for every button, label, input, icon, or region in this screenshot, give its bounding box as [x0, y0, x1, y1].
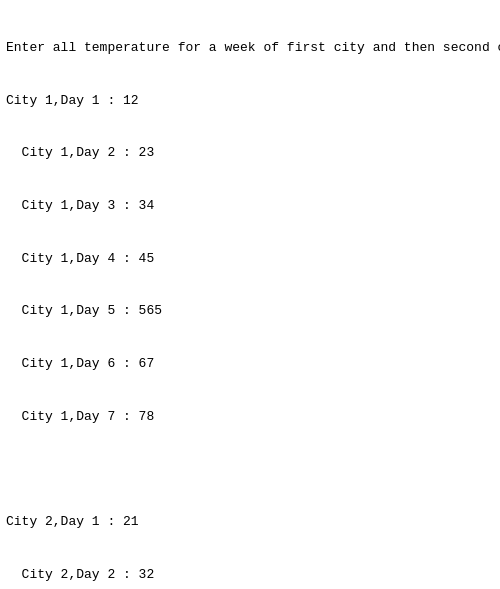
city1-day1-input: City 1,Day 1 : 12: [6, 92, 494, 110]
city2-day1-input: City 2,Day 1 : 21: [6, 513, 494, 531]
city1-day2-input: City 1,Day 2 : 23: [6, 144, 494, 162]
city1-day6-input: City 1,Day 6 : 67: [6, 355, 494, 373]
city1-day4-input: City 1,Day 4 : 45: [6, 250, 494, 268]
prompt-line: Enter all temperature for a week of firs…: [6, 39, 494, 57]
city2-day2-input: City 2,Day 2 : 32: [6, 566, 494, 584]
console-output: Enter all temperature for a week of firs…: [6, 4, 494, 589]
city1-day5-input: City 1,Day 5 : 565: [6, 302, 494, 320]
city1-day7-input: City 1,Day 7 : 78: [6, 408, 494, 426]
city1-day3-input: City 1,Day 3 : 34: [6, 197, 494, 215]
blank-line-1: [6, 460, 494, 478]
